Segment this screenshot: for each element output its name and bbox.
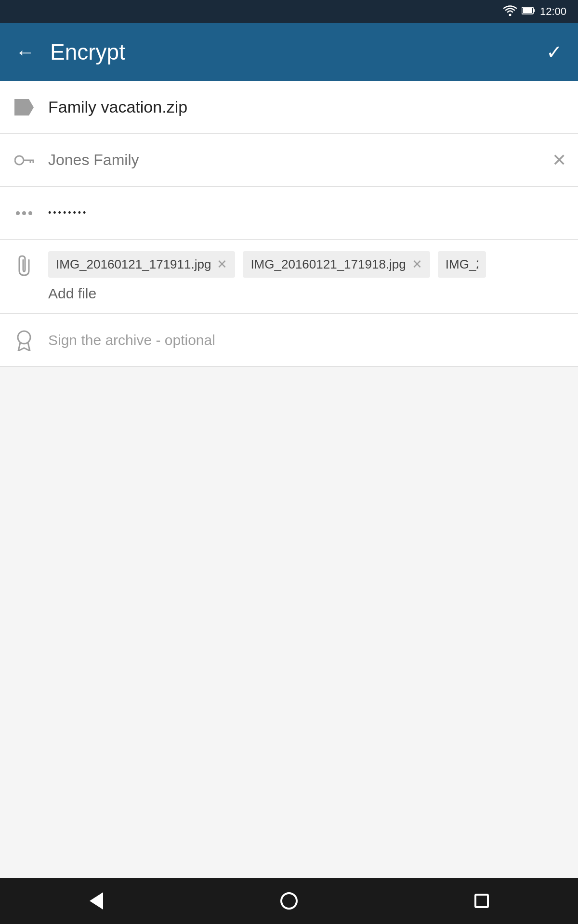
main-content: Family vacation.zip ✕ •••••••• bbox=[0, 81, 578, 878]
sign-row[interactable]: Sign the archive - optional bbox=[0, 314, 578, 367]
paperclip-icon bbox=[15, 255, 33, 276]
confirm-button[interactable]: ✓ bbox=[546, 41, 563, 63]
file-chip-name-1: IMG_20160121_171911.jpg bbox=[56, 257, 211, 272]
wifi-icon bbox=[503, 5, 517, 18]
remove-file-2-button[interactable]: ✕ bbox=[412, 257, 422, 272]
password-row[interactable]: •••••••• bbox=[0, 187, 578, 240]
recipient-content[interactable] bbox=[48, 140, 552, 180]
back-button[interactable]: ← bbox=[15, 41, 35, 63]
file-chip-name-3: IMG_2 bbox=[446, 257, 478, 272]
nav-back-icon bbox=[90, 892, 103, 910]
filename-row: Family vacation.zip bbox=[0, 81, 578, 134]
paperclip-icon-container bbox=[0, 251, 48, 276]
file-chips: IMG_20160121_171911.jpg ✕ IMG_20160121_1… bbox=[48, 251, 578, 278]
nav-bar bbox=[0, 878, 578, 924]
nav-back-button[interactable] bbox=[77, 882, 116, 920]
files-content: IMG_20160121_171911.jpg ✕ IMG_20160121_1… bbox=[48, 251, 578, 302]
svg-point-0 bbox=[509, 13, 511, 16]
status-bar: 12:00 bbox=[0, 0, 578, 23]
award-icon-container bbox=[0, 330, 48, 351]
page-title: Encrypt bbox=[50, 39, 531, 65]
svg-point-4 bbox=[15, 156, 24, 165]
status-bar-icons: 12:00 bbox=[503, 5, 566, 18]
sign-content[interactable]: Sign the archive - optional bbox=[48, 321, 578, 360]
tag-icon-container bbox=[0, 99, 48, 116]
files-row: IMG_20160121_171911.jpg ✕ IMG_20160121_1… bbox=[0, 240, 578, 314]
nav-home-icon bbox=[280, 892, 298, 910]
password-dots: •••••••• bbox=[48, 208, 88, 218]
sign-placeholder: Sign the archive - optional bbox=[48, 332, 215, 348]
file-chip-name-2: IMG_20160121_171918.jpg bbox=[250, 257, 406, 272]
tag-icon bbox=[14, 99, 34, 116]
svg-point-8 bbox=[18, 331, 30, 344]
nav-recent-button[interactable] bbox=[462, 882, 501, 920]
file-chip-1: IMG_20160121_171911.jpg ✕ bbox=[48, 251, 235, 278]
clear-recipient-button[interactable]: ✕ bbox=[552, 150, 578, 170]
password-icon-container bbox=[0, 211, 48, 215]
award-icon bbox=[14, 330, 34, 351]
recipient-input[interactable] bbox=[48, 151, 540, 169]
key-icon bbox=[14, 154, 34, 166]
recipient-row[interactable]: ✕ bbox=[0, 134, 578, 187]
password-icon bbox=[16, 211, 32, 215]
file-chip-3: IMG_2 bbox=[438, 251, 486, 278]
app-bar: ← Encrypt ✓ bbox=[0, 23, 578, 81]
add-file-button[interactable]: Add file bbox=[48, 285, 578, 302]
filename-text: Family vacation.zip bbox=[48, 98, 187, 116]
remove-file-1-button[interactable]: ✕ bbox=[217, 257, 227, 272]
nav-recent-icon bbox=[474, 894, 489, 908]
svg-rect-3 bbox=[523, 8, 532, 13]
password-content[interactable]: •••••••• bbox=[48, 196, 578, 230]
key-icon-container bbox=[0, 154, 48, 166]
file-chip-2: IMG_20160121_171918.jpg ✕ bbox=[243, 251, 430, 278]
filename-content: Family vacation.zip bbox=[48, 86, 578, 128]
time-display: 12:00 bbox=[540, 5, 566, 18]
svg-rect-2 bbox=[533, 9, 535, 12]
battery-icon bbox=[522, 6, 535, 17]
nav-home-button[interactable] bbox=[270, 882, 308, 920]
